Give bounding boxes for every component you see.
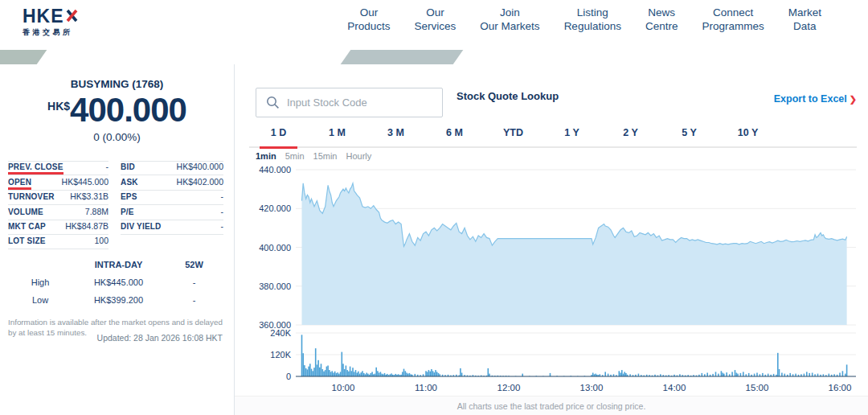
volume-bar — [377, 371, 379, 376]
quote-row-open: OPENHK$445.000 — [8, 175, 108, 190]
volume-bar — [342, 364, 344, 376]
volume-bar — [460, 368, 461, 376]
volume-bar — [309, 364, 311, 376]
volume-bar — [731, 372, 733, 376]
quote-label: OPEN — [8, 178, 31, 190]
volume-bar — [304, 365, 305, 376]
volume-bar — [317, 364, 318, 376]
price-change: 0 (0.00%) — [0, 131, 234, 143]
banner-strip — [0, 50, 868, 64]
volume-bar — [334, 372, 336, 376]
volume-bar — [789, 373, 791, 376]
quote-row-eps: EPS- — [121, 191, 223, 205]
hilo-label-low: Low — [8, 293, 72, 307]
hilo-header-52w: 52W — [165, 257, 223, 272]
volume-bar — [333, 373, 334, 377]
volume-bar — [342, 352, 343, 376]
quote-value: HK$445.000 — [62, 177, 108, 190]
nav-item-our-products[interactable]: Our Products — [347, 6, 390, 33]
nav-item-join-our-markets[interactable]: Join Our Markets — [480, 6, 539, 33]
volume-bar — [721, 371, 723, 376]
volume-bar — [313, 368, 315, 376]
currency-label: HK$ — [47, 100, 70, 113]
volume-bar — [323, 372, 325, 376]
nav-item-connect-programmes[interactable]: Connect Programmes — [702, 6, 764, 33]
quote-value: 7.88M — [85, 207, 108, 220]
stock-name: BUSYMING (1768) — [0, 78, 234, 90]
hkex-logo-wordmark: HKE — [23, 6, 79, 26]
volume-bar — [624, 372, 625, 376]
nav-item-listing-regulations[interactable]: Listing Regulations — [564, 6, 621, 33]
quote-value: 100 — [94, 236, 108, 249]
hilo-spacer — [8, 257, 72, 272]
quote-label: DIV YIELD — [121, 222, 162, 234]
volume-bar — [344, 369, 346, 376]
quote-row-volume: VOLUME7.88M — [8, 205, 108, 220]
quote-value: HK$84.87B — [65, 221, 108, 234]
volume-bar — [427, 372, 428, 376]
volume-bar — [375, 368, 377, 376]
volume-bar — [842, 371, 844, 376]
price-ytick-label: 400.000 — [259, 243, 291, 253]
nav-item-market-data[interactable]: Market Data — [788, 6, 821, 33]
quote-label: VOLUME — [8, 208, 43, 220]
volume-bar — [322, 369, 324, 376]
quote-detail-table: PREV. CLOSE-OPENHK$445.000TURNOVERHK$3.3… — [8, 161, 223, 249]
intraday-price-volume-chart[interactable]: 440.000420.000400.000380.000360.000240K1… — [235, 64, 868, 415]
quote-value: - — [221, 221, 224, 234]
volume-bar — [380, 372, 382, 376]
quote-row-turnover: TURNOVERHK$3.31B — [8, 191, 108, 205]
nav-item-news-centre[interactable]: News Centre — [645, 6, 678, 33]
volume-bar — [346, 370, 348, 376]
volume-bar — [812, 373, 813, 377]
volume-bar — [363, 373, 365, 376]
quote-label: PREV. CLOSE — [8, 162, 63, 175]
volume-bar — [305, 368, 307, 376]
hilo-intraday-low: HK$399.200 — [72, 293, 165, 307]
quote-row-prev-close: PREV. CLOSE- — [8, 161, 108, 175]
volume-bar — [332, 371, 334, 376]
hkex-logo-chinese: 香港交易所 — [23, 27, 79, 38]
price-ytick-label: 440.000 — [259, 165, 291, 175]
volume-bar — [356, 373, 358, 377]
volume-bar — [846, 364, 848, 376]
xtick-label-15-00: 15:00 — [746, 383, 769, 392]
volume-bar — [777, 353, 779, 376]
volume-bar — [366, 373, 367, 377]
quote-label: MKT CAP — [8, 222, 46, 234]
quote-summary-panel: BUSYMING (1768) HK$400.000 0 (0.00%) PRE… — [0, 64, 235, 415]
volume-bar — [340, 372, 342, 376]
volume-bar — [438, 373, 440, 376]
volume-bar — [748, 373, 750, 376]
volume-bar — [312, 371, 313, 376]
volume-bar — [425, 371, 427, 376]
updated-timestamp: Updated: 28 Jan 2026 16:08 HKT — [97, 333, 223, 343]
hkex-logo[interactable]: HKE 香港交易所 — [23, 6, 79, 38]
site-header: HKE 香港交易所 Our ProductsOur ServicesJoin O… — [0, 0, 868, 50]
volume-bar — [403, 369, 405, 376]
xtick-label-10-00: 10:00 — [332, 383, 355, 392]
volume-bar — [428, 370, 430, 376]
volume-bar — [756, 373, 758, 377]
volume-bar — [362, 371, 363, 376]
quote-row-lot-size: LOT SIZE100 — [8, 235, 108, 249]
hkex-logo-x-icon — [65, 6, 79, 26]
volume-bar — [327, 366, 329, 377]
quote-table-left-col: PREV. CLOSE-OPENHK$445.000TURNOVERHK$3.3… — [8, 161, 108, 249]
quote-label: BID — [121, 162, 135, 175]
quote-row-mkt-cap: MKT CAPHK$84.87B — [8, 220, 108, 235]
price-area-fill — [302, 183, 847, 325]
nav-item-our-services[interactable]: Our Services — [415, 6, 457, 33]
volume-bar — [315, 348, 317, 376]
volume-bar — [550, 373, 551, 376]
volume-bar — [619, 371, 620, 376]
quote-row-p-e: P/E- — [121, 205, 223, 220]
hilo-intraday-high: HK$445.000 — [72, 275, 165, 290]
volume-bar — [839, 373, 841, 377]
volume-bar — [326, 367, 328, 376]
volume-bar — [781, 373, 783, 377]
quote-value: HK$400.000 — [177, 162, 223, 175]
volume-bar — [706, 373, 708, 377]
quote-label: LOT SIZE — [8, 236, 46, 249]
volume-bar — [361, 372, 362, 376]
